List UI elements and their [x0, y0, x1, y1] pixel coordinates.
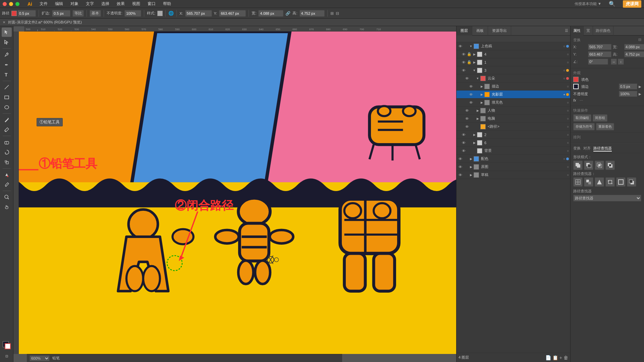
color-swatches[interactable] [2, 341, 11, 350]
opacity-expand-btn[interactable]: ▶ [639, 92, 641, 96]
expand-icon-6[interactable]: ▶ [473, 141, 476, 144]
fill-color-swatch[interactable] [573, 77, 579, 82]
layers-tab-assets[interactable]: 资源导出 [488, 26, 511, 36]
expand-icon-4[interactable]: ▶ [473, 53, 476, 56]
hand-tool[interactable] [2, 202, 12, 212]
stroke-swatch[interactable] [5, 343, 11, 349]
layer-row-caogao[interactable]: 👁 ▶ 草稿 ○ [457, 171, 570, 179]
circle-btn-4[interactable]: ○ [564, 53, 569, 56]
expand-icon-caogao[interactable]: ▶ [469, 173, 473, 177]
eyedropper-tool[interactable] [2, 180, 12, 189]
new-layer-btn[interactable]: 📄 [545, 355, 551, 360]
pf-tab-pathfinder[interactable]: 路径查找器 [593, 146, 612, 152]
eye-icon-shangse[interactable]: 👁 [458, 44, 463, 48]
intersect-btn[interactable] [595, 161, 604, 170]
fill-tool[interactable] [2, 170, 12, 179]
rp-tab-properties[interactable]: 属性 [571, 26, 584, 36]
exclude-btn[interactable] [605, 161, 615, 170]
circle-btn-yuantu[interactable]: ○ [564, 165, 569, 169]
layer-row-path[interactable]: 👁 <路径> ○ [457, 123, 570, 131]
menu-select[interactable]: 选择 [100, 1, 111, 7]
y-input[interactable] [219, 10, 246, 17]
x-input-rp[interactable] [588, 44, 611, 50]
opacity-input[interactable] [124, 10, 141, 17]
circle-btn-diannao[interactable]: ○ [564, 117, 569, 120]
circle-btn-fill[interactable]: ○ [564, 101, 569, 104]
layer-row-fill[interactable]: 👁 ▶ 填充色 ○ [457, 99, 570, 107]
eye-icon-yuantu[interactable]: 👁 [458, 165, 463, 169]
menu-help[interactable]: 帮助 [162, 1, 172, 7]
flip-h-btn[interactable]: ↔ [611, 59, 617, 65]
pen-tool[interactable] [2, 50, 12, 59]
expand-icon-shadow[interactable]: ▶ [480, 93, 483, 96]
circle-btn-shadow[interactable]: ● [560, 93, 565, 96]
menu-file[interactable]: 文件 [38, 1, 49, 7]
eye-icon-3[interactable]: 👁 [461, 68, 466, 72]
add-anchor-tool[interactable]: ✒ [2, 60, 12, 69]
eye-icon-bg[interactable]: 👁 [461, 149, 466, 153]
lock-icon-4[interactable]: 🔒 [467, 52, 472, 56]
pf-outline-btn[interactable] [616, 177, 626, 187]
menu-window[interactable]: 窗口 [146, 1, 157, 7]
stroke-value-input[interactable] [17, 10, 36, 17]
move-to-btn[interactable]: 📋 [552, 355, 558, 360]
layers-menu-btn[interactable]: ☰ [563, 28, 570, 33]
tab-close-btn[interactable]: ✕ [3, 20, 5, 24]
maximize-btn[interactable] [15, 2, 19, 6]
align-icon[interactable]: ⊟ [336, 11, 339, 16]
recolor-btn[interactable]: 重新着色 [596, 123, 614, 130]
expand-icon-fill[interactable]: ▶ [480, 101, 483, 104]
select-tool[interactable] [2, 27, 12, 37]
zoom-select[interactable]: 600% 400% 200% 100% [30, 355, 50, 361]
base-btn[interactable]: 基本 [90, 10, 101, 17]
scale-tool[interactable] [2, 158, 12, 167]
zoom-tool[interactable] [2, 192, 12, 202]
circle-btn-bg[interactable]: ○ [564, 149, 569, 153]
layer-row-diannao[interactable]: 👁 ▶ 电脑 ○ [457, 115, 570, 123]
layers-tab-layers[interactable]: 图层 [457, 26, 472, 36]
eraser-tool[interactable] [2, 137, 12, 147]
circle-btn-peise[interactable]: ○ [560, 157, 565, 161]
ellipse-tool[interactable] [2, 103, 12, 112]
expand-icon-renwu[interactable]: ▶ [476, 109, 479, 112]
circle-btn-path[interactable]: ○ [564, 125, 569, 128]
eye-icon-4[interactable]: 👁 [461, 52, 466, 56]
layer-row-6[interactable]: 👁 ▶ 6 ○ [457, 139, 570, 147]
direct-select-tool[interactable] [2, 38, 12, 47]
circle-btn-shangse[interactable]: ○ [560, 45, 565, 48]
add-layer-btn[interactable]: + [559, 355, 562, 360]
layer-row-4[interactable]: 👁 🔒 ▶ 4 ○ [457, 50, 570, 58]
eye-icon-caogao[interactable]: 👁 [458, 173, 463, 177]
layer-row-peise[interactable]: 👁 ▶ 配色 ○ [457, 155, 570, 163]
layer-row-bg[interactable]: 👁 背景 ○ [457, 147, 570, 155]
circle-btn-yun[interactable]: ○ [560, 77, 565, 80]
expand-icon-2[interactable]: ▶ [473, 133, 476, 136]
pf-trim-btn[interactable] [584, 177, 593, 187]
layer-row-renwu[interactable]: 👁 ▶ 人物 ○ [457, 107, 570, 115]
canvas-content[interactable]: ①铅笔工具 ②闭合路径 ①铅笔工具 [19, 32, 456, 354]
circle-btn-3[interactable]: ○ [560, 69, 565, 72]
pf-merge-btn[interactable] [595, 177, 604, 187]
eye-icon-fill[interactable]: 👁 [469, 101, 473, 105]
pf-divide-btn[interactable] [573, 177, 583, 187]
layer-row-1[interactable]: 👁 🔒 ▶ 1 ○ [457, 58, 570, 66]
pf-tab-align[interactable]: 对齐 [583, 146, 591, 152]
layer-row-3[interactable]: 👁 ▼ 3 ○ [457, 66, 570, 74]
brush-tool[interactable] [2, 125, 12, 134]
rounded-btn[interactable]: 简形组 [593, 114, 607, 122]
stroke-value-rp[interactable] [619, 83, 637, 89]
layer-row-shadow[interactable]: 👁 ▶ 光影层 ● [457, 90, 570, 99]
expand-icon-peise[interactable]: ▶ [469, 157, 473, 161]
stroke-color-swatch[interactable] [11, 11, 17, 16]
expand-icon-diannao[interactable]: ▶ [476, 117, 479, 120]
delete-layer-btn[interactable]: 🗑 [564, 355, 568, 360]
layer-row-yunpian[interactable]: 👁 ▼ 云朵 ○ [457, 74, 570, 82]
fx-menu[interactable]: ⋯ [580, 99, 583, 102]
layer-row-yuantu[interactable]: 👁 ▶ 原图 ○ [457, 163, 570, 171]
w-input[interactable] [258, 10, 283, 17]
y-input-rp[interactable] [588, 51, 611, 57]
layers-list[interactable]: 👁 ▼ 上色稿 ○ 👁 🔒 ▶ 4 ○ 👁 🔒 ▶ [457, 42, 570, 353]
style-swatch[interactable] [157, 11, 163, 16]
opacity-input-rp[interactable] [619, 91, 637, 97]
w-input-rp[interactable] [624, 44, 644, 50]
